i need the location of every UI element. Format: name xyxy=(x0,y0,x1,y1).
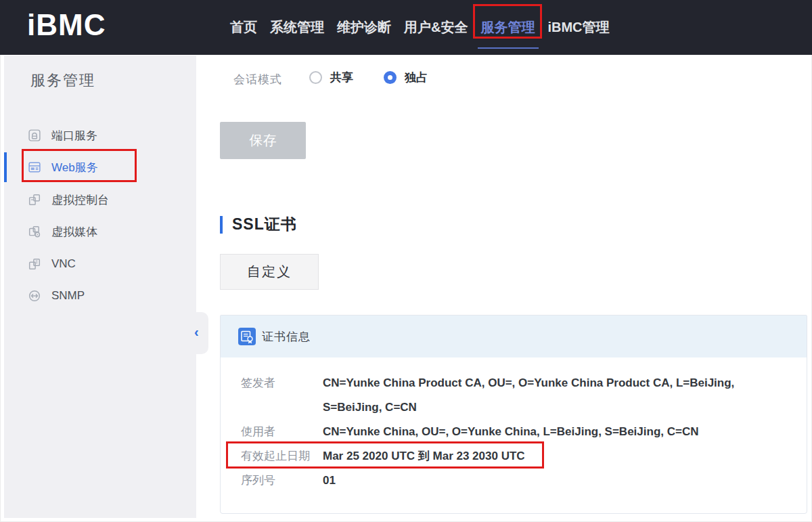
nav-item-label: 用户&安全 xyxy=(404,18,468,37)
virtual-media-icon xyxy=(28,225,41,238)
save-button[interactable]: 保存 xyxy=(220,122,306,159)
ssl-section-title: SSL证书 xyxy=(232,214,297,235)
certificate-info-panel: 证书信息 签发者 CN=Yunke China Product CA, OU=,… xyxy=(220,315,807,514)
nav-item-home[interactable]: 首页 xyxy=(230,0,257,55)
web-service-icon xyxy=(28,161,41,173)
radio-shared[interactable] xyxy=(309,71,322,84)
sidebar-item-label: 虚拟媒体 xyxy=(51,224,97,240)
virtual-console-icon xyxy=(28,194,41,206)
sidebar-item-label: 虚拟控制台 xyxy=(51,192,109,208)
sidebar-item-label: VNC xyxy=(51,257,76,271)
radio-exclusive[interactable] xyxy=(384,71,397,84)
cert-row-subject: 使用者 CN=Yunke China, OU=, O=Yunke China, … xyxy=(241,420,782,444)
ssl-section-header: SSL证书 xyxy=(220,214,297,235)
nav-item-service-management[interactable]: 服务管理 xyxy=(480,0,535,55)
sidebar-item-label: 端口服务 xyxy=(51,128,97,144)
nav-item-ibmc-management[interactable]: iBMC管理 xyxy=(547,0,609,55)
sidebar-item-vnc[interactable]: VNC xyxy=(4,248,196,280)
field-value: CN=Yunke China, OU=, O=Yunke China, L=Be… xyxy=(323,420,756,444)
customize-button[interactable]: 自定义 xyxy=(220,254,319,290)
certificate-panel-title: 证书信息 xyxy=(262,329,311,345)
sidebar-item-port-service[interactable]: 端口服务 xyxy=(4,120,196,151)
cert-row-serial: 序列号 01 xyxy=(241,469,782,493)
sidebar-collapse-handle[interactable]: ‹ xyxy=(192,312,208,354)
certificate-icon xyxy=(238,328,256,345)
nav-item-label: iBMC管理 xyxy=(547,18,609,37)
nav-item-label: 首页 xyxy=(230,18,257,37)
section-accent-bar xyxy=(220,216,223,234)
certificate-panel-header: 证书信息 xyxy=(221,316,807,357)
sidebar-item-web-service[interactable]: Web服务 xyxy=(4,152,196,183)
nav-item-system-management[interactable]: 系统管理 xyxy=(270,0,324,55)
field-label: 签发者 xyxy=(241,371,323,420)
sidebar-item-label: Web服务 xyxy=(51,160,98,175)
certificate-fields: 签发者 CN=Yunke China Product CA, OU=, O=Yu… xyxy=(241,357,782,493)
sidebar-title: 服务管理 xyxy=(30,70,95,91)
field-value: 01 xyxy=(323,469,756,493)
field-value: CN=Yunke China Product CA, OU=, O=Yunke … xyxy=(323,371,756,420)
snmp-icon xyxy=(28,290,41,302)
cert-row-validity: 有效起止日期 Mar 25 2020 UTC 到 Mar 23 2030 UTC xyxy=(241,444,782,469)
field-value: Mar 25 2020 UTC 到 Mar 23 2030 UTC xyxy=(323,444,756,469)
sidebar-item-label: SNMP xyxy=(51,289,85,303)
radio-exclusive-label[interactable]: 独占 xyxy=(405,70,428,85)
top-nav: 首页 系统管理 维护诊断 用户&安全 服务管理 iBMC管理 xyxy=(230,0,610,55)
sidebar: 服务管理 端口服务 Web服务 虚拟控制台 虚拟媒体 xyxy=(4,56,196,518)
ibmc-logo: iBMC xyxy=(27,8,106,42)
nav-item-label: 系统管理 xyxy=(270,18,324,37)
cert-row-issuer: 签发者 CN=Yunke China Product CA, OU=, O=Yu… xyxy=(241,371,782,420)
radio-shared-label[interactable]: 共享 xyxy=(330,70,353,85)
top-header: iBMC 首页 系统管理 维护诊断 用户&安全 服务管理 iBMC管理 xyxy=(0,0,812,55)
nav-item-maintenance-diagnosis[interactable]: 维护诊断 xyxy=(337,0,391,55)
nav-item-label: 维护诊断 xyxy=(337,18,391,37)
nav-item-user-security[interactable]: 用户&安全 xyxy=(404,0,468,55)
active-nav-underline xyxy=(478,47,539,49)
session-mode-radio-group: 共享 独占 xyxy=(309,70,428,85)
field-label: 有效起止日期 xyxy=(241,444,323,469)
sidebar-item-snmp[interactable]: SNMP xyxy=(4,280,196,311)
port-service-icon xyxy=(28,129,41,142)
field-label: 序列号 xyxy=(241,469,323,493)
ibmc-page: iBMC 首页 系统管理 维护诊断 用户&安全 服务管理 iBMC管理 xyxy=(0,0,812,522)
sidebar-item-virtual-media[interactable]: 虚拟媒体 xyxy=(4,216,196,247)
vnc-icon xyxy=(28,258,41,270)
active-item-indicator xyxy=(4,152,7,182)
field-label: 使用者 xyxy=(241,420,323,444)
nav-item-label: 服务管理 xyxy=(480,18,535,37)
chevron-left-icon: ‹ xyxy=(194,325,199,339)
session-mode-label: 会话模式 xyxy=(233,72,282,87)
sidebar-item-virtual-console[interactable]: 虚拟控制台 xyxy=(4,184,196,215)
